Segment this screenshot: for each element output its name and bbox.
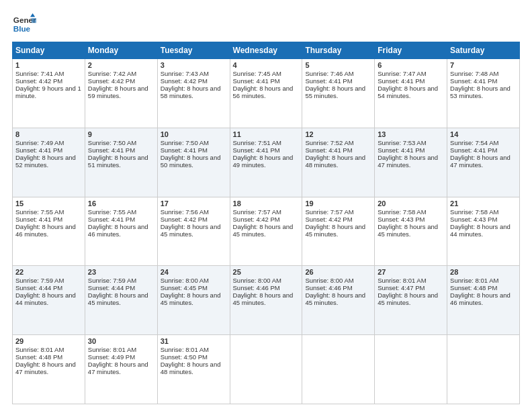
day-number: 4 — [233, 61, 300, 69]
day-number: 28 — [450, 268, 517, 276]
daylight-label: Daylight: 9 hours and 1 minute. — [15, 85, 81, 99]
generalblue-logo-icon: General Blue — [12, 12, 36, 36]
day-number: 7 — [450, 61, 517, 69]
sunset-label: Sunset: 4:45 PM — [161, 284, 208, 291]
sunrise-label: Sunrise: 7:58 AM — [378, 208, 426, 216]
sunset-label: Sunset: 4:42 PM — [161, 77, 208, 85]
sunrise-label: Sunrise: 7:47 AM — [378, 70, 426, 77]
calendar-day-cell: 25Sunrise: 8:00 AMSunset: 4:46 PMDayligh… — [230, 266, 302, 335]
sunrise-label: Sunrise: 7:50 AM — [88, 139, 136, 146]
sunset-label: Sunset: 4:41 PM — [450, 77, 497, 85]
calendar-day-cell: 26Sunrise: 8:00 AMSunset: 4:46 PMDayligh… — [302, 266, 375, 335]
daylight-label: Daylight: 8 hours and 55 minutes. — [305, 85, 365, 99]
sunset-label: Sunset: 4:43 PM — [450, 216, 497, 223]
header: General Blue — [12, 12, 520, 36]
calendar-week-row: 22Sunrise: 7:59 AMSunset: 4:44 PMDayligh… — [13, 266, 520, 335]
calendar-table: SundayMondayTuesdayWednesdayThursdayFrid… — [12, 42, 520, 404]
calendar-day-cell: 28Sunrise: 8:01 AMSunset: 4:48 PMDayligh… — [447, 266, 520, 335]
calendar-header-saturday: Saturday — [447, 42, 520, 59]
calendar-day-cell: 7Sunrise: 7:48 AMSunset: 4:41 PMDaylight… — [447, 59, 520, 128]
calendar-day-cell: 21Sunrise: 7:58 AMSunset: 4:43 PMDayligh… — [447, 197, 520, 266]
calendar-day-cell — [302, 335, 375, 404]
sunset-label: Sunset: 4:42 PM — [88, 77, 135, 85]
day-number: 17 — [161, 199, 227, 208]
sunrise-label: Sunrise: 8:00 AM — [233, 277, 281, 284]
sunset-label: Sunset: 4:41 PM — [305, 77, 352, 85]
daylight-label: Daylight: 8 hours and 49 minutes. — [233, 154, 294, 169]
calendar-day-cell: 31Sunrise: 8:01 AMSunset: 4:50 PMDayligh… — [157, 335, 230, 404]
sunrise-label: Sunrise: 8:01 AM — [15, 346, 64, 353]
sunrise-label: Sunrise: 7:46 AM — [305, 70, 353, 77]
sunset-label: Sunset: 4:43 PM — [378, 216, 425, 223]
sunrise-label: Sunrise: 7:55 AM — [15, 208, 64, 216]
sunrise-label: Sunrise: 7:41 AM — [15, 70, 64, 77]
sunrise-label: Sunrise: 7:54 AM — [450, 139, 498, 146]
daylight-label: Daylight: 8 hours and 46 minutes. — [88, 223, 148, 238]
daylight-label: Daylight: 8 hours and 44 minutes. — [15, 291, 76, 306]
sunrise-label: Sunrise: 7:52 AM — [305, 139, 353, 146]
calendar-day-cell: 11Sunrise: 7:51 AMSunset: 4:41 PMDayligh… — [230, 128, 302, 197]
sunrise-label: Sunrise: 7:49 AM — [15, 139, 64, 146]
sunrise-label: Sunrise: 8:01 AM — [88, 346, 136, 353]
daylight-label: Daylight: 8 hours and 46 minutes. — [450, 291, 511, 306]
sunset-label: Sunset: 4:41 PM — [378, 146, 425, 154]
calendar-day-cell: 29Sunrise: 8:01 AMSunset: 4:48 PMDayligh… — [13, 335, 85, 404]
logo: General Blue — [12, 12, 36, 36]
sunset-label: Sunset: 4:41 PM — [88, 146, 135, 154]
day-number: 27 — [378, 268, 444, 276]
sunrise-label: Sunrise: 7:51 AM — [233, 139, 281, 146]
calendar-header-row: SundayMondayTuesdayWednesdayThursdayFrid… — [13, 42, 520, 59]
calendar-day-cell: 17Sunrise: 7:56 AMSunset: 4:42 PMDayligh… — [157, 197, 230, 266]
calendar-day-cell: 4Sunrise: 7:45 AMSunset: 4:41 PMDaylight… — [230, 59, 302, 128]
daylight-label: Daylight: 8 hours and 45 minutes. — [305, 291, 365, 306]
calendar-day-cell: 13Sunrise: 7:53 AMSunset: 4:41 PMDayligh… — [375, 128, 447, 197]
day-number: 14 — [450, 130, 517, 138]
sunset-label: Sunset: 4:48 PM — [450, 284, 497, 291]
sunset-label: Sunset: 4:49 PM — [88, 353, 135, 361]
day-number: 16 — [88, 199, 154, 208]
calendar-day-cell: 18Sunrise: 7:57 AMSunset: 4:42 PMDayligh… — [230, 197, 302, 266]
daylight-label: Daylight: 8 hours and 50 minutes. — [161, 154, 221, 169]
day-number: 20 — [378, 199, 444, 208]
sunset-label: Sunset: 4:46 PM — [305, 284, 352, 291]
daylight-label: Daylight: 8 hours and 51 minutes. — [88, 154, 148, 169]
day-number: 5 — [305, 61, 371, 69]
day-number: 31 — [161, 337, 227, 345]
sunset-label: Sunset: 4:42 PM — [161, 216, 208, 223]
sunrise-label: Sunrise: 8:01 AM — [450, 277, 498, 284]
daylight-label: Daylight: 8 hours and 48 minutes. — [305, 154, 365, 169]
daylight-label: Daylight: 8 hours and 45 minutes. — [305, 223, 365, 238]
day-number: 25 — [233, 268, 300, 276]
daylight-label: Daylight: 8 hours and 47 minutes. — [88, 361, 148, 375]
daylight-label: Daylight: 8 hours and 45 minutes. — [378, 291, 438, 306]
day-number: 12 — [305, 130, 371, 138]
daylight-label: Daylight: 8 hours and 45 minutes. — [161, 291, 221, 306]
daylight-label: Daylight: 8 hours and 52 minutes. — [15, 154, 76, 169]
calendar-week-row: 8Sunrise: 7:49 AMSunset: 4:41 PMDaylight… — [13, 128, 520, 197]
daylight-label: Daylight: 8 hours and 47 minutes. — [378, 154, 438, 169]
sunset-label: Sunset: 4:44 PM — [88, 284, 135, 291]
daylight-label: Daylight: 8 hours and 45 minutes. — [161, 223, 221, 238]
sunrise-label: Sunrise: 7:43 AM — [161, 70, 209, 77]
daylight-label: Daylight: 8 hours and 54 minutes. — [378, 85, 438, 99]
calendar-day-cell — [375, 335, 447, 404]
calendar-day-cell: 12Sunrise: 7:52 AMSunset: 4:41 PMDayligh… — [302, 128, 375, 197]
calendar-header-monday: Monday — [85, 42, 157, 59]
calendar-header-wednesday: Wednesday — [230, 42, 302, 59]
calendar-week-row: 29Sunrise: 8:01 AMSunset: 4:48 PMDayligh… — [13, 335, 520, 404]
day-number: 30 — [88, 337, 154, 345]
sunrise-label: Sunrise: 7:59 AM — [15, 277, 64, 284]
sunrise-label: Sunrise: 8:00 AM — [161, 277, 209, 284]
day-number: 10 — [161, 130, 227, 138]
calendar-day-cell: 27Sunrise: 8:01 AMSunset: 4:47 PMDayligh… — [375, 266, 447, 335]
daylight-label: Daylight: 8 hours and 56 minutes. — [233, 85, 294, 99]
calendar-day-cell: 22Sunrise: 7:59 AMSunset: 4:44 PMDayligh… — [13, 266, 85, 335]
calendar-day-cell: 5Sunrise: 7:46 AMSunset: 4:41 PMDaylight… — [302, 59, 375, 128]
daylight-label: Daylight: 8 hours and 53 minutes. — [450, 85, 511, 99]
sunrise-label: Sunrise: 7:50 AM — [161, 139, 209, 146]
calendar-day-cell: 15Sunrise: 7:55 AMSunset: 4:41 PMDayligh… — [13, 197, 85, 266]
daylight-label: Daylight: 8 hours and 58 minutes. — [161, 85, 221, 99]
sunset-label: Sunset: 4:41 PM — [378, 77, 425, 85]
sunset-label: Sunset: 4:42 PM — [305, 216, 352, 223]
sunrise-label: Sunrise: 8:01 AM — [161, 346, 209, 353]
